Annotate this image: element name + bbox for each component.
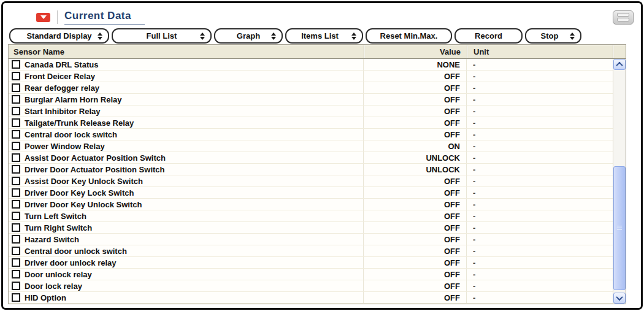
table-row[interactable]: Hazard SwitchOFF- xyxy=(9,234,613,245)
column-header-scroll-spacer xyxy=(613,45,626,58)
standard-display-dropdown[interactable]: Standard Display xyxy=(9,28,109,44)
sensor-checkbox[interactable] xyxy=(12,293,20,302)
chevron-up-icon xyxy=(616,62,623,69)
sensor-checkbox[interactable] xyxy=(12,177,20,185)
sensor-checkbox[interactable] xyxy=(12,153,20,162)
sensor-checkbox[interactable] xyxy=(12,142,20,150)
sensor-checkbox[interactable] xyxy=(12,223,20,232)
sensor-name-cell: Turn Right Switch xyxy=(9,222,364,233)
current-data-window: Current Data Standard Display Full List … xyxy=(1,1,643,310)
sensor-name-cell: HID Option xyxy=(9,292,364,303)
button-label: Record xyxy=(475,31,502,40)
print-button[interactable] xyxy=(613,10,634,25)
dropdown-label: Full List xyxy=(147,31,177,40)
sensor-checkbox[interactable] xyxy=(12,165,20,174)
sensor-name-cell: Rear defogger relay xyxy=(9,82,364,93)
sensor-checkbox[interactable] xyxy=(12,212,20,220)
table-row[interactable]: Front Deicer RelayOFF- xyxy=(9,71,613,82)
sensor-name: Driver door unlock relay xyxy=(25,258,117,267)
reset-min-max-button[interactable]: Reset Min.Max. xyxy=(366,28,452,44)
sensor-checkbox[interactable] xyxy=(12,107,20,115)
sensor-checkbox[interactable] xyxy=(12,118,20,127)
sensor-checkbox[interactable] xyxy=(12,247,20,255)
sensor-checkbox[interactable] xyxy=(12,83,20,92)
table-row[interactable]: Driver door unlock relayOFF- xyxy=(9,257,613,269)
sensor-unit: - xyxy=(467,292,613,303)
record-button[interactable]: Record xyxy=(454,28,523,44)
items-list-dropdown[interactable]: Items List xyxy=(285,28,363,44)
sensor-value: OFF xyxy=(364,234,467,245)
sensor-name-cell: Central door lock switch xyxy=(9,129,364,140)
sensor-name-cell: Driver Door Key Unlock Switch xyxy=(9,199,364,210)
table-row[interactable]: Start Inhibitor RelayOFF- xyxy=(9,106,613,117)
table-row[interactable]: Driver Door Actuator Position SwitchUNLO… xyxy=(9,164,613,175)
stop-dropdown[interactable]: Stop xyxy=(525,28,581,44)
sensor-checkbox[interactable] xyxy=(12,258,20,267)
sensor-unit: - xyxy=(467,257,613,268)
sensor-checkbox[interactable] xyxy=(12,282,20,290)
table-row[interactable]: Driver Door Key Unlock SwitchOFF- xyxy=(9,199,613,210)
table-row[interactable]: Rear defogger relayOFF- xyxy=(9,82,613,94)
table-row[interactable]: Central door lock switchOFF- xyxy=(9,129,613,140)
sensor-value: OFF xyxy=(364,257,467,268)
dropdown-label: Standard Display xyxy=(26,31,91,40)
sensor-checkbox[interactable] xyxy=(12,270,20,278)
sensor-unit: - xyxy=(467,175,613,186)
table-main: Canada DRL StatusNONE-Front Deicer Relay… xyxy=(9,59,626,304)
sensor-name: Driver Door Key Unlock Switch xyxy=(25,200,142,209)
sensor-checkbox[interactable] xyxy=(12,200,20,209)
table-row[interactable]: HID OptionOFF- xyxy=(9,292,613,304)
table-row[interactable]: Door lock relayOFF- xyxy=(9,280,613,292)
sensor-name: Hazard Switch xyxy=(25,235,79,244)
graph-dropdown[interactable]: Graph xyxy=(214,28,283,44)
sensor-unit: - xyxy=(467,71,613,82)
sensor-checkbox[interactable] xyxy=(12,95,20,104)
table-row[interactable]: Power Window RelayON- xyxy=(9,140,613,152)
app-badge-chevron-down-icon[interactable] xyxy=(36,13,50,22)
table-row[interactable]: Driver Door Key Lock SwitchOFF- xyxy=(9,187,613,199)
sensor-name-cell: Driver door unlock relay xyxy=(9,257,364,268)
table-row[interactable]: Assist Door Actuator Position SwitchUNLO… xyxy=(9,152,613,164)
sensor-checkbox[interactable] xyxy=(12,60,20,69)
sensor-unit: - xyxy=(467,280,613,291)
table-row[interactable]: Tailgate/Trunk Release RelayOFF- xyxy=(9,117,613,129)
full-list-dropdown[interactable]: Full List xyxy=(112,28,212,44)
sensor-name: Turn Left Switch xyxy=(25,212,86,221)
printer-icon xyxy=(617,18,629,21)
table-row[interactable]: Burglar Alarm Horn RelayOFF- xyxy=(9,94,613,106)
dropdown-label: Graph xyxy=(237,31,260,40)
sensor-name: Central door lock switch xyxy=(25,130,117,139)
up-down-arrows-icon xyxy=(351,33,356,40)
sensor-name: Turn Right Switch xyxy=(25,223,92,232)
table-row[interactable]: Door unlock relayOFF- xyxy=(9,269,613,280)
sensor-name: Driver Door Actuator Position Switch xyxy=(25,165,165,174)
table-row[interactable]: Turn Left SwitchOFF- xyxy=(9,210,613,222)
sensor-value: OFF xyxy=(364,292,467,303)
sensor-name: Assist Door Actuator Position Switch xyxy=(25,153,166,163)
sensor-checkbox[interactable] xyxy=(12,188,20,197)
sensor-name: Power Window Relay xyxy=(25,142,105,151)
sensor-value: OFF xyxy=(364,210,467,221)
table-row[interactable]: Turn Right SwitchOFF- xyxy=(9,222,613,234)
table-header: Sensor Name Value Unit xyxy=(9,45,626,59)
sensor-checkbox[interactable] xyxy=(12,72,20,80)
sensor-value: OFF xyxy=(364,280,467,291)
sensor-name-cell: Tailgate/Trunk Release Relay xyxy=(9,117,364,128)
chevron-down-icon xyxy=(40,15,47,19)
table-row[interactable]: Central door unlock switchOFF- xyxy=(9,245,613,257)
table-row[interactable]: Assist Door Key Unlock SwitchOFF- xyxy=(9,175,613,187)
scrollbar-thumb[interactable] xyxy=(613,166,626,290)
sensor-checkbox[interactable] xyxy=(12,130,20,139)
sensor-name-cell: Hazard Switch xyxy=(9,234,364,245)
scroll-down-button[interactable] xyxy=(613,293,626,304)
sensor-value: OFF xyxy=(364,94,467,105)
scrollbar-track[interactable] xyxy=(613,70,626,293)
sensor-checkbox[interactable] xyxy=(12,235,20,244)
sensor-value: OFF xyxy=(364,82,467,93)
sensor-value: OFF xyxy=(364,222,467,233)
table-row[interactable]: Canada DRL StatusNONE- xyxy=(9,59,613,71)
sensor-name: Central door unlock switch xyxy=(25,247,127,256)
vertical-scrollbar[interactable] xyxy=(613,59,626,304)
scroll-up-button[interactable] xyxy=(613,59,626,70)
sensor-name-cell: Turn Left Switch xyxy=(9,210,364,221)
